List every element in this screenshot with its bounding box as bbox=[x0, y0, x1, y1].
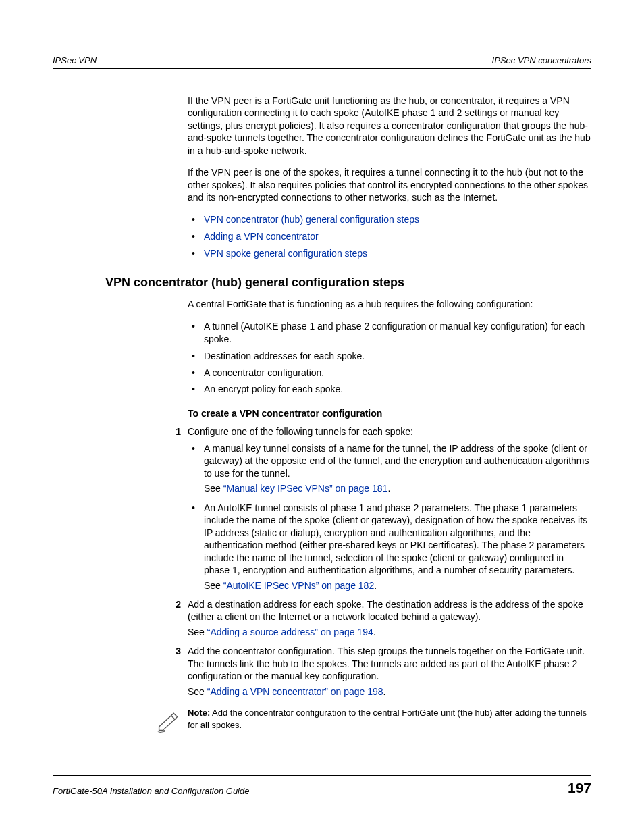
step-3: 3 Add the concentrator configuration. Th… bbox=[188, 645, 591, 698]
step-2: 2 Add a destination address for each spo… bbox=[188, 598, 591, 638]
see-line: See “AutoIKE IPSec VPNs” on page 182. bbox=[204, 579, 591, 592]
running-header: IPSec VPN IPSec VPN concentrators bbox=[53, 55, 591, 69]
header-left: IPSec VPN bbox=[53, 55, 97, 66]
bullet-text: A manual key tunnel consists of a name f… bbox=[204, 442, 591, 479]
see-prefix: See bbox=[188, 686, 207, 697]
see-line: See “Adding a VPN concentrator” on page … bbox=[188, 685, 591, 698]
note-text: Note: Add the concentrator configuration… bbox=[188, 707, 589, 731]
note-block: Note: Add the concentrator configuration… bbox=[157, 707, 591, 735]
header-right: IPSec VPN concentrators bbox=[492, 55, 591, 66]
see-suffix: . bbox=[373, 627, 376, 637]
paragraph-spoke-description: If the VPN peer is one of the spokes, it… bbox=[188, 166, 591, 203]
see-line: See “Adding a source address” on page 19… bbox=[188, 626, 591, 638]
step-number: 1 bbox=[161, 425, 181, 438]
paragraph-hub-description: If the VPN peer is a FortiGate unit func… bbox=[188, 95, 591, 157]
see-line: See “Manual key IPSec VPNs” on page 181. bbox=[204, 482, 591, 494]
link-adding-vpn-concentrator-page[interactable]: “Adding a VPN concentrator” on page 198 bbox=[207, 686, 383, 697]
list-item: VPN concentrator (hub) general configura… bbox=[188, 213, 591, 226]
section-heading: VPN concentrator (hub) general configura… bbox=[105, 276, 591, 290]
link-adding-source-address[interactable]: “Adding a source address” on page 194 bbox=[207, 627, 373, 637]
step-lead: Configure one of the following tunnels f… bbox=[188, 425, 591, 438]
note-body: Add the concentrator configuration to th… bbox=[188, 708, 587, 730]
see-prefix: See bbox=[204, 580, 223, 591]
note-icon bbox=[157, 708, 181, 735]
page-footer: FortiGate-50A Installation and Configura… bbox=[53, 775, 591, 796]
footer-title: FortiGate-50A Installation and Configura… bbox=[53, 786, 249, 796]
link-adding-vpn-concentrator[interactable]: Adding a VPN concentrator bbox=[204, 231, 319, 242]
page: IPSec VPN IPSec VPN concentrators If the… bbox=[0, 0, 644, 834]
list-item: Destination addresses for each spoke. bbox=[188, 350, 591, 363]
step-1: 1 Configure one of the following tunnels… bbox=[188, 425, 591, 592]
step-number: 2 bbox=[161, 598, 181, 610]
paragraph-intro: A central FortiGate that is functioning … bbox=[188, 298, 591, 310]
see-prefix: See bbox=[188, 627, 207, 637]
step-body: Add the concentrator configuration. This… bbox=[188, 645, 591, 682]
bullet-text: An AutoIKE tunnel consists of phase 1 an… bbox=[204, 502, 591, 577]
procedure-title: To create a VPN concentrator configurati… bbox=[188, 408, 591, 419]
link-manual-key-ipsec[interactable]: “Manual key IPSec VPNs” on page 181 bbox=[223, 483, 388, 494]
list-item: A manual key tunnel consists of a name f… bbox=[188, 442, 591, 495]
list-item: A concentrator configuration. bbox=[188, 367, 591, 380]
see-suffix: . bbox=[374, 580, 377, 591]
note-label: Note: bbox=[188, 708, 210, 718]
list-item: A tunnel (AutoIKE phase 1 and phase 2 co… bbox=[188, 320, 591, 346]
toc-link-list: VPN concentrator (hub) general configura… bbox=[188, 213, 591, 260]
list-item: VPN spoke general configuration steps bbox=[188, 247, 591, 260]
list-item: An AutoIKE tunnel consists of phase 1 an… bbox=[188, 502, 591, 592]
list-item: Adding a VPN concentrator bbox=[188, 230, 591, 243]
step-number: 3 bbox=[161, 645, 181, 657]
step1-bullets: A manual key tunnel consists of a name f… bbox=[188, 442, 591, 592]
see-suffix: . bbox=[383, 686, 386, 697]
list-item: An encrypt policy for each spoke. bbox=[188, 383, 591, 396]
link-vpn-hub-steps[interactable]: VPN concentrator (hub) general configura… bbox=[204, 214, 419, 225]
page-number: 197 bbox=[568, 780, 591, 796]
requirements-list: A tunnel (AutoIKE phase 1 and phase 2 co… bbox=[188, 320, 591, 396]
see-prefix: See bbox=[204, 483, 223, 494]
link-autoike-ipsec[interactable]: “AutoIKE IPSec VPNs” on page 182 bbox=[223, 580, 374, 591]
link-vpn-spoke-steps[interactable]: VPN spoke general configuration steps bbox=[204, 248, 367, 259]
see-suffix: . bbox=[387, 483, 390, 494]
step-body: Add a destination address for each spoke… bbox=[188, 598, 591, 623]
